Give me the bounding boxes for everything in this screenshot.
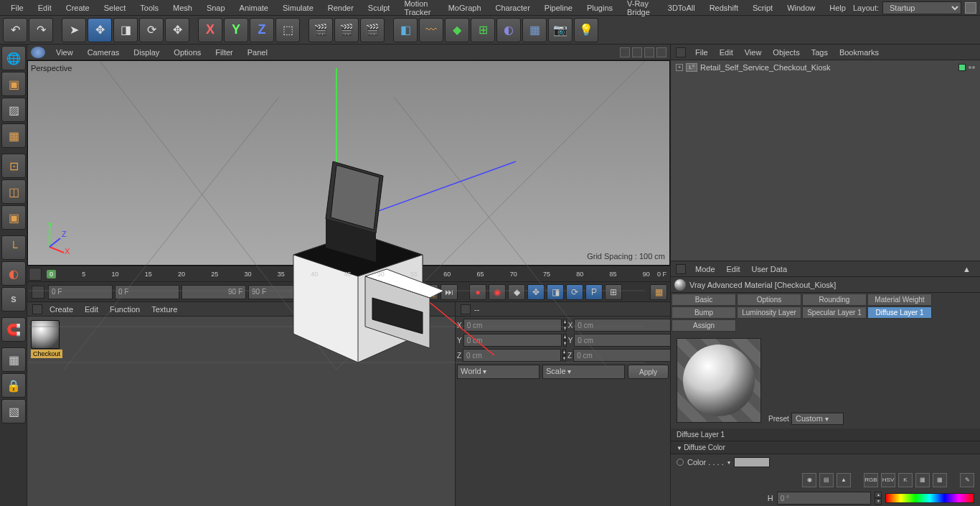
menu-select[interactable]: Select: [97, 1, 133, 14]
goto-end-button[interactable]: ⏭: [440, 284, 458, 300]
undo-button[interactable]: ↶: [3, 18, 27, 42]
workplane-mode-button[interactable]: ▦: [1, 123, 26, 148]
autokey-button[interactable]: ◉: [489, 284, 506, 300]
material-name[interactable]: Checkout: [31, 350, 62, 358]
hue-stepper[interactable]: ▴▾: [875, 492, 882, 505]
object-row[interactable]: + L⁰ Retail_Self_Service_Checkout_Kiosk: [672, 62, 979, 73]
expand-icon[interactable]: +: [676, 64, 683, 71]
magnet-button[interactable]: 🧲: [1, 317, 26, 342]
menu-mograph[interactable]: MoGraph: [441, 1, 489, 14]
lasttool-button[interactable]: ✥: [165, 18, 189, 42]
material-preview[interactable]: [677, 338, 761, 423]
size-x-field[interactable]: [574, 319, 672, 332]
object-mode-button[interactable]: ▣: [1, 72, 26, 96]
attrmenu-edit[interactable]: Edit: [721, 263, 746, 275]
pos-x-field[interactable]: [463, 319, 562, 332]
attrmenu-mode[interactable]: Mode: [689, 263, 721, 275]
move-tool[interactable]: ✥: [88, 18, 112, 42]
menu-tools[interactable]: Tools: [133, 1, 166, 14]
render-view-button[interactable]: 🎬: [308, 18, 333, 42]
pos-z-field[interactable]: [463, 349, 561, 362]
record-button[interactable]: ●: [469, 284, 486, 300]
objmenu-edit[interactable]: Edit: [714, 47, 739, 58]
redo-button[interactable]: ↷: [29, 18, 53, 42]
points-mode-button[interactable]: ⊡: [1, 154, 26, 178]
add-environment-button[interactable]: ▦: [522, 18, 547, 42]
lock-workplane-button[interactable]: 🔒: [1, 373, 26, 398]
rotate-tool[interactable]: ⟳: [139, 18, 164, 42]
key-pla-button[interactable]: ⊞: [605, 284, 622, 300]
current-frame-field[interactable]: [115, 285, 179, 299]
add-deformer-button[interactable]: ◐: [496, 18, 521, 42]
vp-nav4-icon[interactable]: [656, 47, 666, 57]
vmenu-cameras[interactable]: Cameras: [80, 46, 127, 59]
z-axis-button[interactable]: Z: [250, 18, 274, 42]
end-frame-field[interactable]: [182, 285, 246, 299]
vmenu-view[interactable]: View: [49, 46, 80, 59]
menu-motiontracker[interactable]: Motion Tracker: [397, 0, 440, 19]
tab-diffuse[interactable]: Diffuse Layer 1: [867, 306, 932, 319]
vp-nav3-icon[interactable]: [644, 47, 654, 57]
timeline-marks[interactable]: 051015202530354045505560657075808590: [43, 266, 654, 281]
swatches-icon[interactable]: ▦: [933, 473, 947, 487]
pos-x-stepper[interactable]: ▴▾: [563, 319, 567, 332]
spectrum-icon[interactable]: ▤: [819, 473, 834, 487]
add-array-button[interactable]: ⊞: [471, 18, 495, 42]
scale-tool[interactable]: ◨: [113, 18, 138, 42]
tab-options[interactable]: Options: [737, 294, 801, 306]
tab-basic[interactable]: Basic: [672, 294, 736, 306]
objmenu-tags[interactable]: Tags: [806, 47, 834, 58]
menu-redshift[interactable]: Redshift: [702, 1, 745, 14]
colorwheel-icon[interactable]: ◉: [802, 473, 816, 487]
preset-select[interactable]: Custom ▾: [791, 413, 844, 425]
planar-button[interactable]: ▧: [1, 399, 26, 423]
vmenu-filter[interactable]: Filter: [208, 46, 240, 59]
vp-nav1-icon[interactable]: [620, 47, 630, 57]
material-thumb[interactable]: Checkout: [31, 320, 62, 358]
matmenu-texture[interactable]: Texture: [146, 304, 183, 315]
playbar-cap-icon[interactable]: [32, 286, 44, 299]
menu-create[interactable]: Create: [59, 1, 97, 14]
timeline[interactable]: 051015202530354045505560657075808590 0 F: [27, 266, 670, 281]
visibility-tag[interactable]: [958, 64, 966, 71]
tab-material-weight[interactable]: Material Weight: [867, 294, 932, 306]
image-icon[interactable]: ▲: [837, 473, 851, 487]
viewport[interactable]: Perspective: [27, 60, 670, 266]
object-name[interactable]: Retail_Self_Service_Checkout_Kiosk: [700, 63, 831, 72]
matmenu-function[interactable]: Function: [104, 304, 146, 315]
menu-character[interactable]: Character: [489, 1, 537, 14]
key-rot-button[interactable]: ⟳: [566, 284, 583, 300]
matmgr-cap-icon[interactable]: [32, 304, 42, 314]
coord-mode-select[interactable]: Scale ▾: [542, 365, 625, 379]
tab-luminosity[interactable]: Luminosity Layer: [737, 306, 801, 319]
tab-assign[interactable]: Assign: [672, 319, 736, 332]
menu-help[interactable]: Help: [822, 1, 853, 14]
apply-button[interactable]: Apply: [628, 365, 669, 379]
menu-script[interactable]: Script: [745, 1, 780, 14]
objmenu-view[interactable]: View: [739, 47, 768, 58]
menu-animate[interactable]: Animate: [232, 1, 275, 14]
tab-bump[interactable]: Bump: [672, 306, 736, 319]
rgb-button[interactable]: RGB: [864, 473, 878, 487]
snap-settings-button[interactable]: S: [1, 287, 26, 311]
hue-field[interactable]: [777, 492, 872, 505]
viewport-solo-button[interactable]: ◐: [1, 261, 26, 286]
add-cube-button[interactable]: ◧: [393, 18, 418, 42]
add-spline-button[interactable]: 〰: [419, 18, 443, 42]
objmenu-file[interactable]: File: [689, 47, 714, 58]
objmenu-objects[interactable]: Objects: [767, 47, 805, 58]
layout-select[interactable]: Startup: [882, 1, 961, 14]
menu-snap[interactable]: Snap: [199, 1, 232, 14]
key-scale-button[interactable]: ◨: [547, 284, 564, 300]
menu-pipeline[interactable]: Pipeline: [537, 1, 580, 14]
edges-mode-button[interactable]: ◫: [1, 179, 26, 204]
vmenu-options[interactable]: Options: [166, 46, 208, 59]
objmenu-bookmarks[interactable]: Bookmarks: [834, 47, 885, 58]
y-axis-button[interactable]: Y: [224, 18, 248, 42]
tab-specular[interactable]: Specular Layer 1: [802, 306, 867, 319]
vmenu-display[interactable]: Display: [126, 46, 166, 59]
menu-sculpt[interactable]: Sculpt: [361, 1, 397, 14]
coord-system-button[interactable]: ⬚: [275, 18, 300, 42]
key-param-button[interactable]: P: [585, 284, 603, 300]
timeline-cap-icon[interactable]: [29, 268, 42, 281]
